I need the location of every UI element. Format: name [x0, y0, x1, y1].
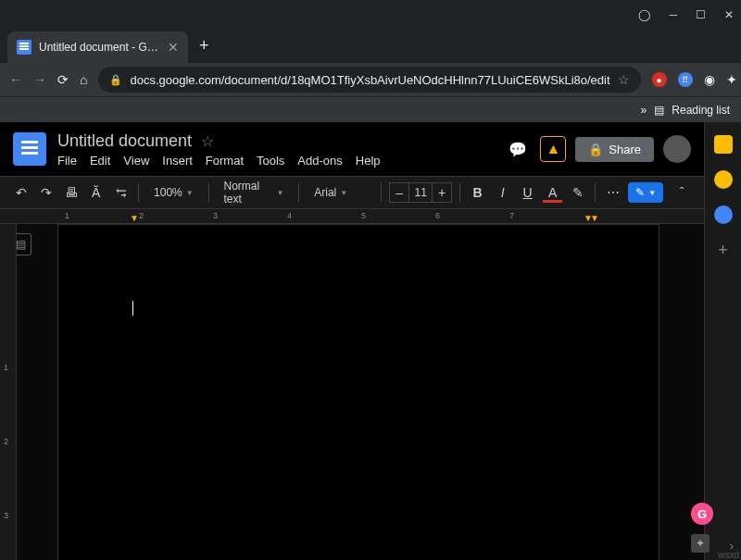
notification-icon[interactable]: ◉ — [704, 72, 715, 87]
tab-title: Untitled document - Google Doc — [39, 41, 160, 54]
document-canvas: ▤ 1 2 3 — [0, 224, 704, 560]
docs-favicon-icon — [17, 40, 31, 55]
vruler-mark: 2 — [4, 437, 8, 446]
circle-icon[interactable]: ◯ — [638, 8, 650, 21]
vertical-ruler[interactable]: 1 2 3 — [0, 224, 17, 560]
header-actions: 💬 ▲ 🔒 Share — [505, 135, 691, 163]
menu-edit[interactable]: Edit — [90, 154, 110, 168]
grammarly-icon[interactable]: G — [691, 503, 713, 525]
text-color-button[interactable]: A — [543, 185, 562, 200]
separator — [595, 183, 596, 202]
ruler-mark: 1 — [65, 211, 69, 220]
star-document-icon[interactable]: ☆ — [201, 132, 214, 150]
window-titlebar: ◯ ─ ☐ ✕ — [0, 0, 741, 30]
menu-help[interactable]: Help — [356, 154, 381, 168]
paint-format-button[interactable]: ⥃ — [111, 185, 131, 200]
paragraph-style-dropdown[interactable]: Normal text▼ — [217, 176, 292, 209]
comments-icon[interactable]: 💬 — [505, 136, 531, 162]
ruler-mark: 7 — [509, 211, 514, 220]
spellcheck-button[interactable]: Ă — [86, 185, 106, 200]
ruler-mark: 4 — [287, 211, 292, 220]
maximize-button[interactable]: ☐ — [696, 8, 706, 21]
increase-font-button[interactable]: + — [433, 185, 451, 200]
italic-button[interactable]: I — [493, 185, 512, 200]
forward-button[interactable]: → — [33, 72, 46, 87]
user-avatar[interactable] — [663, 135, 691, 163]
docs-application: Untitled document ☆ File Edit View Inser… — [0, 122, 704, 560]
docs-header: Untitled document ☆ File Edit View Inser… — [0, 122, 704, 176]
present-button[interactable]: ▲ — [540, 136, 566, 162]
separator — [298, 183, 299, 202]
bold-button[interactable]: B — [468, 185, 487, 200]
url-bar[interactable]: 🔒 docs.google.com/document/d/18qMO1TfiyX… — [98, 67, 640, 93]
keep-app-icon[interactable] — [714, 170, 733, 189]
editing-mode-button[interactable]: ✎ ▼ — [628, 182, 663, 203]
translate-extension-icon[interactable]: ⠿ — [678, 72, 693, 87]
lock-icon: 🔒 — [109, 74, 122, 86]
browser-tab[interactable]: Untitled document - Google Doc ✕ — [7, 31, 188, 63]
ruler-mark: 2 — [139, 211, 144, 220]
bookmarks-overflow-icon[interactable]: » — [641, 104, 647, 117]
tab-close-icon[interactable]: ✕ — [168, 40, 179, 55]
indent-marker-icon[interactable]: ▼ — [590, 213, 599, 223]
reading-list-button[interactable]: Reading list — [672, 104, 730, 117]
separator — [381, 183, 382, 202]
back-button[interactable]: ← — [9, 72, 22, 87]
more-tools-button[interactable]: ⋯ — [603, 185, 622, 200]
docs-logo-icon[interactable] — [13, 132, 46, 166]
separator — [138, 183, 139, 202]
tasks-app-icon[interactable] — [714, 205, 733, 224]
highlight-button[interactable]: ✎ — [568, 185, 587, 200]
undo-button[interactable]: ↶ — [11, 185, 31, 200]
redo-button[interactable]: ↷ — [36, 185, 56, 200]
document-page[interactable] — [57, 224, 659, 560]
close-button[interactable]: ✕ — [724, 8, 734, 21]
font-size-input[interactable]: 11 — [408, 183, 433, 202]
separator — [459, 183, 460, 202]
document-title[interactable]: Untitled document — [57, 131, 192, 151]
horizontal-ruler[interactable]: ▼ 1 2 3 4 5 6 7 ▼ ▼ — [0, 209, 704, 224]
add-addon-button[interactable]: + — [714, 241, 733, 259]
reading-list-icon[interactable]: ▤ — [654, 104, 664, 117]
lock-share-icon: 🔒 — [588, 143, 603, 156]
google-side-panel: + — [704, 122, 741, 560]
extension-icon[interactable]: ● — [652, 72, 667, 87]
share-label: Share — [609, 143, 641, 156]
decrease-font-button[interactable]: – — [390, 185, 408, 200]
browser-tabstrip: Untitled document - Google Doc ✕ + — [0, 30, 741, 63]
explore-button[interactable]: ✦ — [691, 534, 710, 553]
collapse-toolbar-button[interactable]: ˆ — [671, 185, 693, 200]
reload-button[interactable]: ⟳ — [57, 72, 69, 87]
menu-insert[interactable]: Insert — [162, 154, 193, 168]
vruler-mark: 3 — [4, 511, 8, 520]
formatting-toolbar: ↶ ↷ 🖶 Ă ⥃ 100%▼ Normal text▼ Arial▼ – 11… — [0, 176, 704, 209]
browser-address-bar: ← → ⟳ ⌂ 🔒 docs.google.com/document/d/18q… — [0, 63, 741, 96]
calendar-app-icon[interactable] — [714, 135, 733, 154]
new-tab-button[interactable]: + — [199, 36, 209, 56]
menu-file[interactable]: File — [57, 154, 77, 168]
bookmark-star-icon[interactable]: ☆ — [618, 72, 630, 87]
menu-addons[interactable]: Add-ons — [297, 154, 342, 168]
menu-format[interactable]: Format — [206, 154, 244, 168]
text-cursor — [132, 301, 133, 316]
font-size-control: – 11 + — [389, 182, 452, 203]
url-text: docs.google.com/document/d/18qMO1TfiyXsb… — [130, 73, 609, 87]
font-dropdown[interactable]: Arial▼ — [307, 182, 373, 203]
ruler-mark: 5 — [361, 211, 366, 220]
minimize-button[interactable]: ─ — [669, 8, 677, 21]
watermark: wsxd — [718, 550, 739, 560]
print-button[interactable]: 🖶 — [61, 185, 81, 200]
ruler-mark: 6 — [435, 211, 440, 220]
indent-marker-icon[interactable]: ▼ — [130, 213, 139, 223]
vruler-mark: 1 — [4, 363, 8, 372]
home-button[interactable]: ⌂ — [80, 72, 87, 87]
zoom-dropdown[interactable]: 100%▼ — [146, 182, 201, 203]
underline-button[interactable]: U — [518, 185, 537, 200]
ruler-mark: 3 — [213, 211, 218, 220]
menu-tools[interactable]: Tools — [257, 154, 284, 168]
share-button[interactable]: 🔒 Share — [575, 137, 654, 162]
menu-view[interactable]: View — [123, 154, 149, 168]
extensions-area: ● ⠿ ◉ ✦ ☺ ⋮ — [652, 72, 741, 87]
bookmarks-bar: » ▤ Reading list — [0, 96, 741, 122]
extensions-puzzle-icon[interactable]: ✦ — [726, 72, 737, 87]
